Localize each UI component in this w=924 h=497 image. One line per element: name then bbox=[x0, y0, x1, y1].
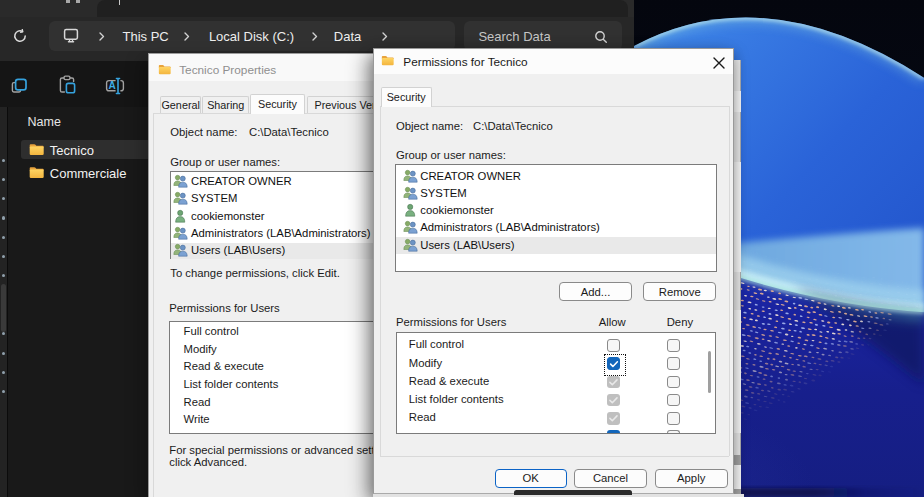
svg-text:A: A bbox=[109, 80, 116, 91]
